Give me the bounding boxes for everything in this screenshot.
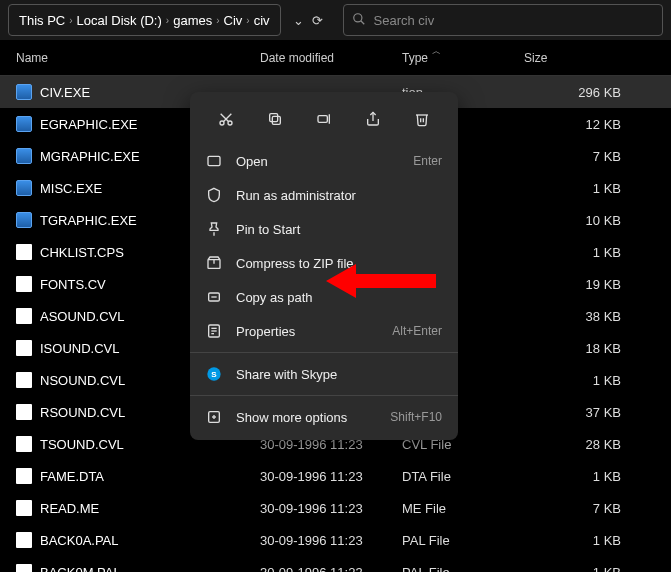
column-headers: Name Date modified Type ︿ Size bbox=[0, 40, 671, 76]
header-type[interactable]: Type ︿ bbox=[402, 51, 524, 65]
address-bar: This PC› Local Disk (D:)› games› Civ› ci… bbox=[0, 0, 671, 40]
zip-icon bbox=[206, 255, 222, 271]
search-placeholder: Search civ bbox=[374, 13, 435, 28]
crumb[interactable]: This PC bbox=[17, 13, 67, 28]
menu-skype[interactable]: S Share with Skype bbox=[190, 357, 458, 391]
breadcrumb[interactable]: This PC› Local Disk (D:)› games› Civ› ci… bbox=[8, 4, 281, 36]
properties-icon bbox=[206, 323, 222, 339]
file-size: 37 KB bbox=[524, 405, 671, 420]
crumb[interactable]: civ bbox=[252, 13, 272, 28]
file-row[interactable]: BACK0M.PAL30-09-1996 11:23PAL File1 KB bbox=[0, 556, 671, 572]
file-icon bbox=[16, 436, 32, 452]
rename-icon[interactable] bbox=[306, 104, 342, 134]
header-name[interactable]: Name bbox=[16, 51, 260, 65]
file-row[interactable]: READ.ME30-09-1996 11:23ME File7 KB bbox=[0, 492, 671, 524]
file-icon bbox=[16, 244, 32, 260]
svg-text:S: S bbox=[211, 370, 217, 379]
quick-actions bbox=[190, 98, 458, 144]
file-size: 1 KB bbox=[524, 373, 671, 388]
svg-point-0 bbox=[353, 13, 361, 21]
context-menu: Open Enter Run as administrator Pin to S… bbox=[190, 92, 458, 440]
svg-rect-13 bbox=[208, 156, 220, 165]
menu-more-options[interactable]: Show more options Shift+F10 bbox=[190, 400, 458, 434]
svg-rect-6 bbox=[273, 116, 281, 124]
file-icon bbox=[16, 404, 32, 420]
file-date: 30-09-1996 11:23 bbox=[260, 565, 402, 573]
file-size: 28 KB bbox=[524, 437, 671, 452]
file-date: 30-09-1996 11:23 bbox=[260, 533, 402, 548]
file-row[interactable]: FAME.DTA30-09-1996 11:23DTA File1 KB bbox=[0, 460, 671, 492]
menu-run-admin[interactable]: Run as administrator bbox=[190, 178, 458, 212]
file-name: MGRAPHIC.EXE bbox=[40, 149, 140, 164]
dropdown-icon[interactable]: ⌄ bbox=[293, 13, 304, 28]
crumb[interactable]: games bbox=[171, 13, 214, 28]
shield-icon bbox=[206, 187, 222, 203]
file-name: ISOUND.CVL bbox=[40, 341, 119, 356]
copy-icon[interactable] bbox=[257, 104, 293, 134]
share-icon[interactable] bbox=[355, 104, 391, 134]
file-size: 7 KB bbox=[524, 501, 671, 516]
file-size: 7 KB bbox=[524, 149, 671, 164]
file-name: EGRAPHIC.EXE bbox=[40, 117, 138, 132]
file-name: BACK0M.PAL bbox=[40, 565, 121, 573]
file-icon bbox=[16, 532, 32, 548]
file-type: ME File bbox=[402, 501, 524, 516]
file-size: 1 KB bbox=[524, 181, 671, 196]
svg-rect-8 bbox=[318, 116, 327, 123]
file-name: ASOUND.CVL bbox=[40, 309, 125, 324]
sort-ascending-icon: ︿ bbox=[432, 45, 441, 58]
menu-properties[interactable]: Properties Alt+Enter bbox=[190, 314, 458, 348]
refresh-icon[interactable]: ⟳ bbox=[312, 13, 323, 28]
chevron-right-icon: › bbox=[244, 15, 251, 26]
file-name: MISC.EXE bbox=[40, 181, 102, 196]
pin-icon bbox=[206, 221, 222, 237]
menu-separator bbox=[190, 352, 458, 353]
file-size: 12 KB bbox=[524, 117, 671, 132]
chevron-right-icon: › bbox=[164, 15, 171, 26]
application-icon bbox=[16, 148, 32, 164]
menu-pin-start[interactable]: Pin to Start bbox=[190, 212, 458, 246]
crumb[interactable]: Civ bbox=[222, 13, 245, 28]
header-size[interactable]: Size bbox=[524, 51, 671, 65]
file-icon bbox=[16, 276, 32, 292]
file-icon bbox=[16, 468, 32, 484]
file-row[interactable]: BACK0A.PAL30-09-1996 11:23PAL File1 KB bbox=[0, 524, 671, 556]
file-icon bbox=[16, 308, 32, 324]
svg-rect-7 bbox=[270, 114, 278, 122]
menu-copy-path[interactable]: Copy as path bbox=[190, 280, 458, 314]
menu-separator bbox=[190, 395, 458, 396]
file-icon bbox=[16, 500, 32, 516]
file-icon bbox=[16, 372, 32, 388]
file-name: FONTS.CV bbox=[40, 277, 106, 292]
file-size: 18 KB bbox=[524, 341, 671, 356]
file-icon bbox=[16, 340, 32, 356]
skype-icon: S bbox=[206, 366, 222, 382]
file-name: RSOUND.CVL bbox=[40, 405, 125, 420]
search-input[interactable]: Search civ bbox=[343, 4, 663, 36]
file-name: FAME.DTA bbox=[40, 469, 104, 484]
more-icon bbox=[206, 409, 222, 425]
cut-icon[interactable] bbox=[208, 104, 244, 134]
file-size: 1 KB bbox=[524, 533, 671, 548]
file-date: 30-09-1996 11:23 bbox=[260, 469, 402, 484]
file-type: PAL File bbox=[402, 565, 524, 573]
file-type: PAL File bbox=[402, 533, 524, 548]
menu-open[interactable]: Open Enter bbox=[190, 144, 458, 178]
menu-compress-zip[interactable]: Compress to ZIP file bbox=[190, 246, 458, 280]
delete-icon[interactable] bbox=[404, 104, 440, 134]
header-date[interactable]: Date modified bbox=[260, 51, 402, 65]
file-size: 296 KB bbox=[524, 85, 671, 100]
chevron-right-icon: › bbox=[67, 15, 74, 26]
crumb[interactable]: Local Disk (D:) bbox=[75, 13, 164, 28]
file-name: TSOUND.CVL bbox=[40, 437, 124, 452]
file-name: BACK0A.PAL bbox=[40, 533, 119, 548]
file-name: TGRAPHIC.EXE bbox=[40, 213, 137, 228]
file-name: READ.ME bbox=[40, 501, 99, 516]
search-icon bbox=[352, 12, 366, 29]
application-icon bbox=[16, 180, 32, 196]
application-icon bbox=[16, 84, 32, 100]
file-size: 1 KB bbox=[524, 565, 671, 573]
svg-line-1 bbox=[360, 20, 364, 24]
file-size: 1 KB bbox=[524, 469, 671, 484]
file-size: 19 KB bbox=[524, 277, 671, 292]
